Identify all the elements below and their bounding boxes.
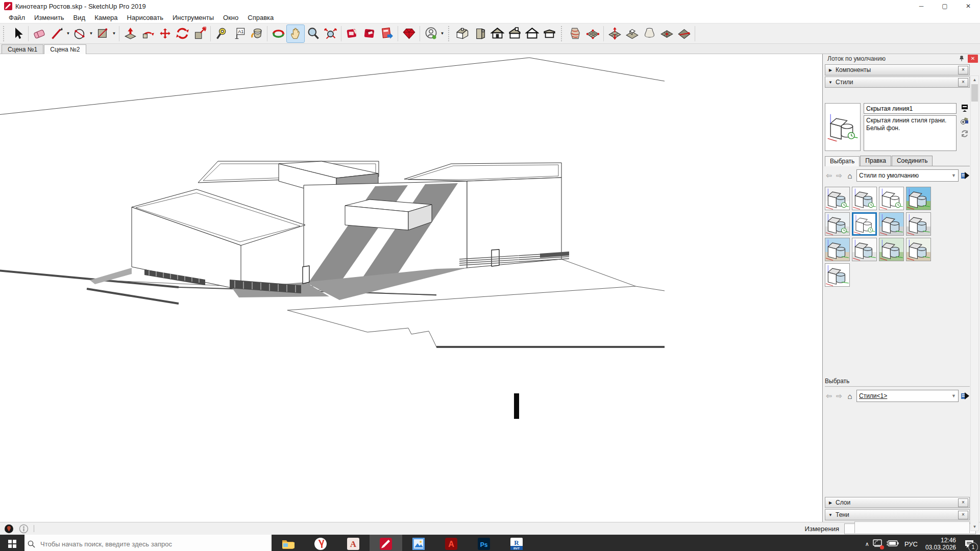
- secondary-collection-dropdown[interactable]: Стили<1> ▼: [856, 390, 959, 402]
- drape-tool-icon[interactable]: [641, 25, 658, 42]
- zoom-extents-tool-icon[interactable]: [322, 25, 339, 42]
- style-thumbnail[interactable]: [906, 212, 931, 236]
- account-icon[interactable]: [422, 25, 439, 42]
- text-tool-icon[interactable]: A1: [230, 25, 248, 42]
- view-left-icon[interactable]: [523, 25, 541, 42]
- style-thumbnail[interactable]: [825, 187, 850, 210]
- send-to-layout-icon[interactable]: [344, 25, 361, 42]
- pan-tool-icon[interactable]: [287, 25, 304, 42]
- menu-tools[interactable]: Инструменты: [168, 14, 218, 21]
- arc-tool-icon[interactable]: [71, 25, 88, 42]
- rotate-tool-icon[interactable]: [174, 25, 191, 42]
- extension-warehouse-icon[interactable]: [400, 25, 418, 42]
- select-tool-icon[interactable]: [9, 25, 26, 42]
- section-styles-close-icon[interactable]: ×: [958, 78, 968, 87]
- view-iso-icon[interactable]: [454, 25, 471, 42]
- details-menu-icon[interactable]: [961, 171, 970, 180]
- menu-window[interactable]: Окно: [218, 14, 243, 21]
- taskbar-clock[interactable]: 12:46 03.03.2026: [923, 537, 958, 551]
- styles-tab-edit[interactable]: Правка: [860, 156, 891, 166]
- language-indicator[interactable]: РУС: [902, 540, 920, 548]
- secondary-pane-toggle-icon[interactable]: [961, 104, 969, 112]
- scale-tool-icon[interactable]: [191, 25, 208, 42]
- taskbar-app-sketchup[interactable]: [370, 535, 402, 551]
- share-model-icon[interactable]: [378, 25, 396, 42]
- smoove-tool-icon[interactable]: [606, 25, 623, 42]
- eraser-tool-icon[interactable]: [31, 25, 48, 42]
- style-thumbnail[interactable]: [906, 187, 931, 210]
- search-input[interactable]: [39, 540, 268, 548]
- style-thumbnail[interactable]: [852, 212, 877, 236]
- view-right-icon[interactable]: [506, 25, 523, 42]
- taskbar-app-photos[interactable]: [402, 535, 435, 551]
- zoom-tool-icon[interactable]: [304, 25, 322, 42]
- taskbar-app-photoshop[interactable]: Ps: [468, 535, 500, 551]
- section-styles[interactable]: ▼ Стили ×: [825, 77, 970, 88]
- flip-edge-tool-icon[interactable]: [675, 25, 693, 42]
- paint-bucket-tool-icon[interactable]: [248, 25, 265, 42]
- start-button[interactable]: [0, 535, 24, 551]
- styles-tab-mix[interactable]: Соединить: [892, 156, 933, 166]
- battery-icon[interactable]: [887, 540, 899, 548]
- tape-measure-tool-icon[interactable]: [213, 25, 230, 42]
- tray-scrollbar[interactable]: ▲ ▼: [970, 76, 979, 531]
- tray-expand-icon[interactable]: ∧: [865, 541, 869, 547]
- follow-me-tool-icon[interactable]: [139, 25, 156, 42]
- taskbar-app-autocad[interactable]: A: [337, 535, 370, 551]
- view-back-icon[interactable]: [541, 25, 558, 42]
- taskbar-app-file-explorer[interactable]: [272, 535, 304, 551]
- style-thumbnail[interactable]: [879, 238, 904, 261]
- notification-center-icon[interactable]: 1: [962, 536, 977, 551]
- scroll-down-icon[interactable]: ▼: [971, 523, 978, 531]
- section-layers[interactable]: ▶ Слои ×: [825, 497, 970, 508]
- scene-tab-1[interactable]: Сцена №1: [2, 44, 43, 54]
- style-thumbnail[interactable]: [879, 187, 904, 210]
- taskbar-app-acrobat[interactable]: A: [435, 535, 468, 551]
- move-tool-icon[interactable]: [156, 25, 174, 42]
- 3d-warehouse-icon[interactable]: [361, 25, 378, 42]
- back-arrow-icon[interactable]: ⇦: [825, 171, 833, 180]
- secondary-back-arrow-icon[interactable]: ⇦: [825, 392, 833, 400]
- view-top-icon[interactable]: [471, 25, 488, 42]
- model-viewport[interactable]: [0, 54, 822, 522]
- line-tool-dropdown-icon[interactable]: ▼: [65, 31, 71, 36]
- secondary-forward-arrow-icon[interactable]: ⇨: [835, 392, 843, 400]
- taskbar-app-yandex-browser[interactable]: [304, 535, 337, 551]
- styles-tab-select[interactable]: Выбрать: [825, 156, 860, 166]
- style-thumbnail[interactable]: [825, 238, 850, 261]
- styles-collection-dropdown[interactable]: Стили по умолчанию ▼: [856, 169, 959, 182]
- style-preview-image[interactable]: [825, 103, 861, 151]
- rectangle-tool-icon[interactable]: [94, 25, 111, 42]
- style-thumbnail[interactable]: [906, 238, 931, 261]
- menu-draw[interactable]: Нарисовать: [122, 14, 168, 21]
- forward-arrow-icon[interactable]: ⇨: [835, 171, 843, 180]
- scroll-up-icon[interactable]: ▲: [971, 76, 978, 84]
- scrollbar-thumb[interactable]: [971, 84, 978, 102]
- style-thumbnail[interactable]: [852, 238, 877, 261]
- section-components[interactable]: ▶ Компоненты ×: [825, 64, 970, 76]
- arc-tool-dropdown-icon[interactable]: ▼: [88, 31, 94, 36]
- secondary-home-icon[interactable]: ⌂: [845, 392, 854, 400]
- maximize-button[interactable]: ▢: [933, 0, 957, 12]
- create-new-style-icon[interactable]: [961, 117, 969, 125]
- style-thumbnail[interactable]: [825, 263, 850, 287]
- minimize-button[interactable]: ─: [910, 0, 933, 12]
- close-button[interactable]: ✕: [957, 0, 980, 12]
- scene-tab-2[interactable]: Сцена №2: [44, 44, 86, 54]
- style-thumbnail[interactable]: [825, 212, 850, 236]
- push-pull-tool-icon[interactable]: [121, 25, 139, 42]
- sandbox-toolbar-grip[interactable]: [561, 26, 564, 41]
- update-style-icon[interactable]: [961, 130, 969, 138]
- tray-close-icon[interactable]: ✕: [968, 55, 978, 63]
- section-layers-close-icon[interactable]: ×: [958, 498, 968, 507]
- style-name-input[interactable]: [864, 103, 957, 114]
- terrain-from-contours-icon[interactable]: [567, 25, 584, 42]
- section-shadows[interactable]: ▼ Тени ×: [825, 509, 970, 520]
- toolbar-grip[interactable]: [3, 26, 6, 41]
- geolocation-icon[interactable]: [4, 524, 14, 534]
- style-thumbnail[interactable]: [852, 187, 877, 210]
- home-icon[interactable]: ⌂: [845, 171, 854, 180]
- pin-icon[interactable]: [957, 54, 967, 63]
- section-shadows-close-icon[interactable]: ×: [958, 511, 968, 519]
- menu-view[interactable]: Вид: [69, 14, 90, 21]
